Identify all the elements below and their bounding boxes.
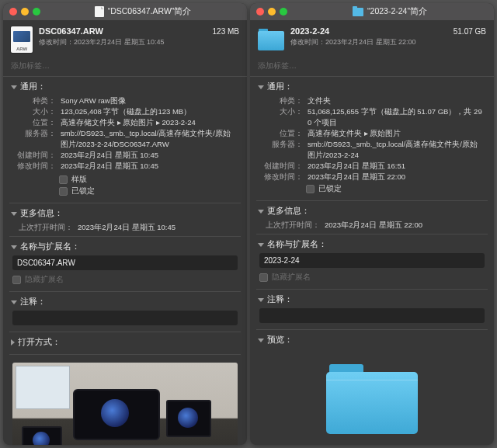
section-more-info: 更多信息： 上次打开时间：2023年2月24日 星期五 22:00 [256,200,488,234]
value-created: 2023年2月24日 星期五 16:51 [308,161,485,172]
checkbox-icon [59,175,68,184]
zoom-button[interactable] [33,8,40,16]
disclosure-triangle-icon [11,245,17,249]
section-header-open-with[interactable]: 打开方式： [11,337,239,348]
section-comments: 注释： [256,289,488,329]
checkbox-locked[interactable]: 已锁定 [59,186,239,196]
disclosure-triangle-icon [258,210,264,214]
section-comments: 注释： [9,291,241,332]
zoom-button[interactable] [280,8,287,16]
close-button[interactable] [9,8,17,16]
section-header-more[interactable]: 更多信息： [258,206,486,217]
checkbox-icon [59,187,68,196]
value-kind: Sony ARW raw图像 [61,96,238,106]
header-size: 123 MB [213,26,239,36]
disclosure-triangle-icon [11,300,17,304]
header-icon [258,26,284,53]
disclosure-triangle-icon [258,243,264,247]
section-preview: 预览： [256,329,488,445]
section-header-general[interactable]: 通用： [11,82,239,92]
minimize-button[interactable] [21,8,29,16]
header-size: 51.07 GB [454,26,486,36]
header-meta: 2023-2-24 修改时间：2023年2月24日 星期五 22:00 [290,26,416,47]
info-window-file: “DSC06347.ARW”简介 DSC06347.ARW 修改时间：2023年… [3,3,247,445]
header-filename: DSC06347.ARW [39,26,165,36]
value-last-open: 2023年2月24日 星期五 10:45 [78,222,238,233]
checkbox-locked[interactable]: 已锁定 [258,182,486,197]
section-general: 通用： 种类：文件夹 大小：51,068,125,655 字节（磁盘上的 51.… [256,77,488,200]
checkbox-icon [306,185,315,193]
folder-icon [353,8,363,16]
section-open-with: 打开方式： [9,332,241,354]
header-modified: 修改时间：2023年2月24日 星期五 10:45 [39,37,165,47]
file-icon [95,6,104,17]
value-server: smb://DS923._smb._tcp.local/高速存储文件夹/原始图片… [308,139,485,161]
section-preview [9,354,241,445]
value-size: 51,068,125,655 字节（磁盘上的 51.07 GB），共 290 个… [308,106,485,128]
disclosure-triangle-icon [258,339,264,342]
section-header-preview[interactable]: 预览： [258,335,486,346]
value-modified: 2023年2月24日 星期五 22:00 [308,172,485,182]
header: 2023-2-24 修改时间：2023年2月24日 星期五 22:00 51.0… [250,20,494,57]
header-modified: 修改时间：2023年2月24日 星期五 22:00 [290,37,416,47]
value-last-open: 2023年2月24日 星期五 22:00 [325,220,485,231]
name-input[interactable] [259,253,485,268]
minimize-button[interactable] [268,8,276,16]
header: DSC06347.ARW 修改时间：2023年2月24日 星期五 10:45 1… [3,20,247,57]
disclosure-triangle-icon [11,85,17,89]
value-created: 2023年2月24日 星期五 10:45 [61,150,238,161]
comments-input[interactable] [259,308,485,323]
titlebar[interactable]: “DSC06347.ARW”简介 [3,3,247,20]
value-kind: 文件夹 [308,96,485,106]
disclosure-triangle-icon [258,298,264,302]
window-title: “DSC06347.ARW”简介 [45,6,241,17]
section-header-general[interactable]: 通用： [258,82,486,92]
add-tags-field[interactable]: 添加标签… [250,57,494,77]
disclosure-triangle-icon [11,212,17,216]
checkbox-icon [12,276,21,284]
section-header-more[interactable]: 更多信息： [11,208,239,219]
disclosure-triangle-icon [258,85,264,89]
section-header-comments[interactable]: 注释： [11,297,239,307]
section-header-comments[interactable]: 注释： [258,294,486,305]
value-size: 123,025,408 字节（磁盘上的123 MB） [61,106,238,117]
header-meta: DSC06347.ARW 修改时间：2023年2月24日 星期五 10:45 [39,26,165,47]
add-tags-field[interactable]: 添加标签… [3,57,247,77]
section-general: 通用： 种类：Sony ARW raw图像 大小：123,025,408 字节（… [9,77,241,203]
value-modified: 2023年2月24日 星期五 10:45 [61,161,238,172]
checkbox-hide-ext[interactable]: 隐藏扩展名 [258,271,486,286]
value-where: 高速存储文件夹 ▸ 原始图片 [308,128,485,139]
content-scroll[interactable]: 通用： 种类：文件夹 大小：51,068,125,655 字节（磁盘上的 51.… [250,77,494,445]
section-header-name-ext[interactable]: 名称与扩展名： [11,241,239,252]
name-input[interactable] [12,255,238,270]
header-icon [11,26,33,53]
folder-icon [326,364,418,434]
close-button[interactable] [256,8,264,16]
traffic-lights [256,8,287,16]
disclosure-triangle-icon [11,339,15,346]
preview-image [12,363,238,445]
traffic-lights [9,8,40,16]
header-filename: 2023-2-24 [290,26,416,36]
checkbox-hide-ext[interactable]: 隐藏扩展名 [11,273,239,288]
content-scroll[interactable]: 通用： 种类：Sony ARW raw图像 大小：123,025,408 字节（… [3,77,247,445]
window-title-text: “DSC06347.ARW”简介 [108,6,192,17]
info-window-folder: “2023-2-24”简介 2023-2-24 修改时间：2023年2月24日 … [250,3,494,445]
section-more-info: 更多信息： 上次打开时间：2023年2月24日 星期五 10:45 [9,203,241,236]
value-where: 高速存储文件夹 ▸ 原始图片 ▸ 2023-2-24 [61,117,238,128]
comments-input[interactable] [12,311,238,325]
section-header-name-ext[interactable]: 名称与扩展名： [258,239,486,250]
window-title-text: “2023-2-24”简介 [367,6,427,17]
titlebar[interactable]: “2023-2-24”简介 [250,3,494,20]
checkbox-icon [259,273,268,282]
preview-folder [258,349,486,445]
section-name-ext: 名称与扩展名： 隐藏扩展名 [9,236,241,291]
section-name-ext: 名称与扩展名： 隐藏扩展名 [256,234,488,289]
value-server: smb://DS923._smb._tcp.local/高速存储文件夹/原始图片… [61,128,238,150]
checkbox-stationery[interactable]: 样版 [59,175,239,185]
window-title: “2023-2-24”简介 [292,6,488,17]
